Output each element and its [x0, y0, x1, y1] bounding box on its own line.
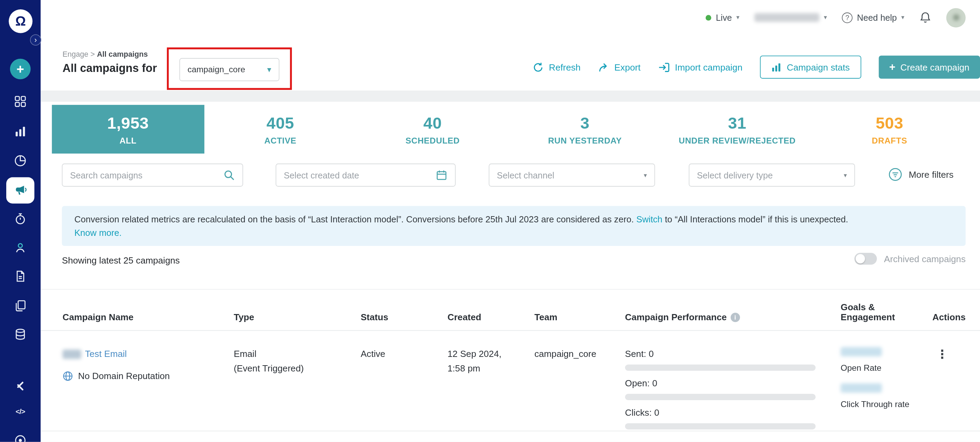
- pie-chart-icon: [14, 154, 27, 167]
- domain-reputation-label: No Domain Reputation: [78, 369, 170, 383]
- tab-active-count: 405: [267, 113, 294, 133]
- cell-status: Active: [361, 347, 447, 361]
- type-line2: (Event Triggered): [234, 361, 361, 376]
- sidebar-collapse-button[interactable]: ›: [30, 34, 41, 45]
- search-campaigns-field[interactable]: [62, 163, 243, 187]
- sidebar-item-tools[interactable]: [0, 379, 40, 393]
- app-viewport: Ω › + <: [0, 0, 980, 442]
- create-new-button[interactable]: +: [10, 59, 31, 79]
- sidebar-item-segments[interactable]: [0, 154, 40, 167]
- sidebar-item-campaigns-active[interactable]: [6, 177, 34, 204]
- banner-line-2: Know more.: [75, 226, 953, 240]
- bar-chart-icon: [14, 125, 27, 138]
- sidebar-item-settings[interactable]: [0, 434, 40, 442]
- tab-scheduled[interactable]: 40 SCHEDULED: [356, 105, 509, 154]
- sidebar-item-developer[interactable]: </>: [0, 408, 40, 415]
- create-campaign-button[interactable]: + Create campaign: [878, 56, 980, 79]
- need-help-label: Need help: [857, 13, 897, 22]
- perf-clicks-bar: [625, 423, 816, 429]
- campaign-name-link[interactable]: Test Email: [62, 347, 234, 361]
- export-label: Export: [614, 62, 641, 72]
- breadcrumb-section[interactable]: Engage: [62, 50, 88, 59]
- delivery-type-select[interactable]: Select delivery type ▾: [689, 163, 855, 187]
- created-date-placeholder: Select created date: [283, 170, 359, 180]
- tab-run-yesterday-count: 3: [581, 113, 590, 133]
- plus-icon: +: [889, 62, 896, 73]
- team-dropdown[interactable]: campaign_core ▾: [180, 58, 280, 81]
- header-actions: Refresh Export Import campaign Campaign …: [533, 56, 980, 79]
- sidebar-item-audience[interactable]: [0, 241, 40, 254]
- import-icon: [658, 62, 670, 73]
- cell-team: campaign_core: [535, 347, 625, 361]
- top-white-region: Live ▾ ▾ ? Need help ▾: [40, 0, 980, 90]
- logo-glyph: Ω: [15, 14, 25, 29]
- tab-run-yesterday-label: RUN YESTERDAY: [548, 136, 622, 145]
- workspace-name-redacted: [754, 13, 820, 22]
- info-icon[interactable]: i: [730, 312, 740, 322]
- gear-icon: [14, 434, 27, 442]
- sidebar-item-data[interactable]: [0, 328, 40, 341]
- tab-under-review[interactable]: 31 UNDER REVIEW/REJECTED: [661, 105, 813, 154]
- row-menu-button[interactable]: ⋮: [936, 348, 966, 361]
- tab-under-review-label: UNDER REVIEW/REJECTED: [679, 136, 796, 145]
- notifications-button[interactable]: [920, 11, 931, 24]
- tab-all[interactable]: 1,953 ALL: [52, 105, 204, 154]
- col-goals-line1: Goals &: [841, 302, 875, 312]
- chevron-down-icon: ▾: [736, 14, 739, 21]
- know-more-link[interactable]: Know more.: [75, 228, 122, 238]
- click-through-value-redacted: [841, 383, 882, 393]
- workspace-selector[interactable]: ▾: [754, 13, 827, 22]
- campaign-stats-button[interactable]: Campaign stats: [760, 56, 861, 79]
- archived-campaigns-toggle[interactable]: [854, 253, 877, 265]
- filters-row: Select created date Select channel ▾ Sel…: [62, 163, 966, 187]
- col-goals-line2: Engagement: [841, 312, 895, 322]
- topbar: Live ▾ ▾ ? Need help ▾: [706, 0, 966, 35]
- team-dropdown-value: campaign_core: [187, 65, 245, 74]
- tab-scheduled-label: SCHEDULED: [406, 136, 460, 145]
- tab-drafts[interactable]: 503 DRAFTS: [813, 105, 966, 154]
- stats-bars-icon: [771, 62, 781, 72]
- table-header: Campaign Name Type Status Created Team C…: [40, 289, 980, 331]
- need-help-menu[interactable]: ? Need help ▾: [842, 12, 904, 23]
- create-campaign-label: Create campaign: [900, 62, 969, 72]
- sidebar-item-scheduled[interactable]: [0, 212, 40, 225]
- breadcrumb-page: All campaigns: [97, 50, 148, 59]
- bell-icon: [920, 11, 931, 24]
- perf-sent-bar: [625, 364, 816, 371]
- banner-line-1: Conversion related metrics are recalcula…: [75, 212, 953, 226]
- created-date-select[interactable]: Select created date: [276, 163, 456, 187]
- import-campaign-label: Import campaign: [675, 62, 743, 72]
- environment-label: Live: [716, 13, 732, 22]
- tab-active[interactable]: 405 ACTIVE: [204, 105, 357, 154]
- live-status-dot-icon: [706, 14, 711, 20]
- perf-sent-label: Sent: 0: [625, 347, 841, 361]
- export-button[interactable]: Export: [598, 62, 641, 73]
- user-avatar[interactable]: [947, 8, 966, 27]
- import-campaign-button[interactable]: Import campaign: [658, 62, 743, 73]
- database-icon: [14, 328, 27, 341]
- sidebar-item-dashboard[interactable]: [0, 95, 40, 108]
- sidebar-item-content[interactable]: [0, 270, 40, 283]
- sidebar-item-analytics[interactable]: [0, 125, 40, 138]
- tab-run-yesterday[interactable]: 3 RUN YESTERDAY: [509, 105, 661, 154]
- col-status: Status: [361, 312, 447, 322]
- refresh-button[interactable]: Refresh: [533, 62, 581, 73]
- created-time: 1:58 pm: [447, 361, 535, 376]
- col-goals-engagement: Goals & Engagement: [841, 302, 925, 322]
- switch-link[interactable]: Switch: [636, 214, 662, 224]
- search-input[interactable]: [70, 170, 223, 180]
- more-filters-button[interactable]: More filters: [888, 167, 954, 182]
- banner-text: Conversion related metrics are recalcula…: [75, 214, 634, 224]
- sidebar: Ω › + <: [0, 0, 40, 442]
- perf-clicks: Clicks: 0: [625, 406, 841, 429]
- table-row: Test Email No Domain Reputation Email (E…: [40, 331, 980, 431]
- type-line1: Email: [234, 347, 361, 361]
- channel-placeholder: Select channel: [497, 170, 554, 180]
- channel-select[interactable]: Select channel ▾: [488, 163, 655, 187]
- sidebar-item-templates[interactable]: [0, 299, 40, 312]
- environment-selector[interactable]: Live ▾: [706, 13, 739, 22]
- app-logo-icon[interactable]: Ω: [9, 10, 33, 33]
- code-icon: </>: [16, 408, 25, 415]
- delivery-type-placeholder: Select delivery type: [697, 170, 773, 180]
- chevron-down-icon: ▾: [824, 14, 827, 21]
